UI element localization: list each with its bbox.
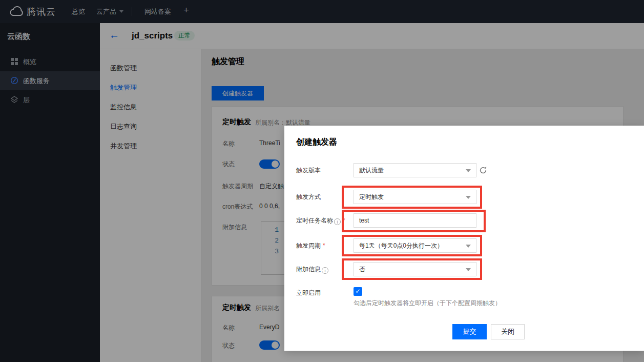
method-select[interactable]: 定时触发 [354, 190, 476, 204]
task-name-label: 定时任务名称i* [296, 213, 345, 228]
app-root: 腾讯云 总览 云产品 网站备案 + 云函数 概览 函数服务 层 [0, 0, 644, 362]
submit-button[interactable]: 提交 [452, 324, 487, 339]
version-select-value: 默认流量 [359, 167, 384, 174]
method-label: 触发方式 [296, 190, 321, 204]
close-button[interactable]: 关闭 [491, 324, 525, 339]
modal-title: 创建触发器 [296, 137, 337, 148]
trigger-period-select[interactable]: 每1天（每天0点0分执行一次） [354, 238, 476, 253]
task-name-input[interactable] [354, 213, 476, 228]
refresh-icon[interactable] [479, 166, 487, 174]
trigger-period-select-value: 每1天（每天0点0分执行一次） [359, 242, 443, 249]
attach-info-select-value: 否 [359, 266, 365, 273]
chevron-down-icon [466, 196, 471, 199]
enable-now-label: 立即启用 [296, 286, 321, 300]
method-select-value: 定时触发 [359, 193, 384, 200]
required-asterisk: * [343, 217, 345, 224]
required-asterisk: * [323, 242, 325, 249]
enable-now-checkbox[interactable]: ✓ [354, 287, 362, 296]
attach-info-label: 附加信息i [296, 262, 328, 276]
version-select[interactable]: 默认流量 [354, 163, 476, 177]
info-icon: i [334, 218, 341, 225]
chevron-down-icon [466, 245, 471, 248]
chevron-down-icon [466, 169, 471, 172]
chevron-down-icon [466, 268, 471, 271]
enable-now-hint: 勾选后定时触发器将立即开启（于下个配置周期触发） [354, 299, 501, 308]
version-label: 触发版本 [296, 163, 321, 177]
attach-info-select[interactable]: 否 [354, 262, 476, 276]
info-icon: i [322, 267, 328, 274]
trigger-period-label: 触发周期* [296, 238, 325, 253]
create-trigger-modal: 创建触发器 触发版本 默认流量 触发方式 定时触发 定时任务名称i* 触发周期* [284, 126, 644, 351]
